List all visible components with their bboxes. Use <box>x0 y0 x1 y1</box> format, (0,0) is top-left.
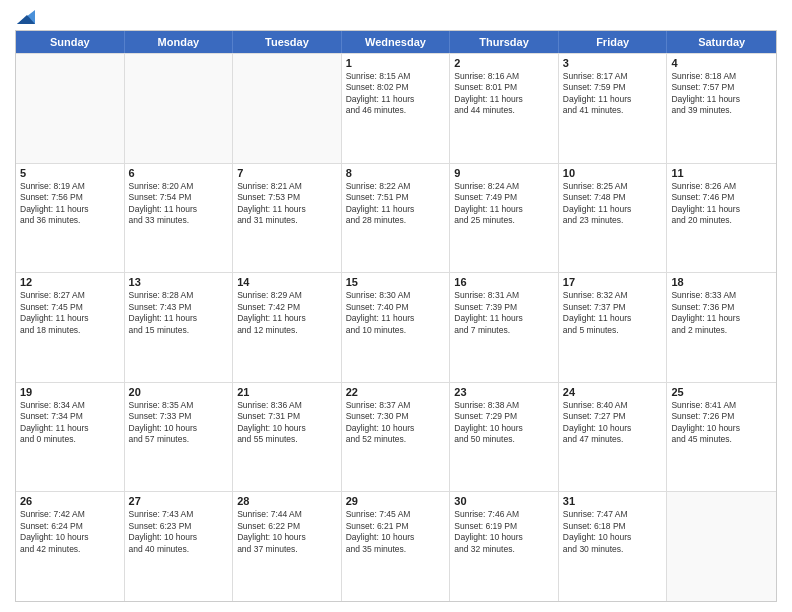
calendar-row: 19Sunrise: 8:34 AM Sunset: 7:34 PM Dayli… <box>16 382 776 492</box>
cell-info: Sunrise: 8:38 AM Sunset: 7:29 PM Dayligh… <box>454 400 554 446</box>
calendar-row: 1Sunrise: 8:15 AM Sunset: 8:02 PM Daylig… <box>16 53 776 163</box>
cell-info: Sunrise: 8:34 AM Sunset: 7:34 PM Dayligh… <box>20 400 120 446</box>
cell-info: Sunrise: 8:36 AM Sunset: 7:31 PM Dayligh… <box>237 400 337 446</box>
cell-day-number: 7 <box>237 167 337 179</box>
cell-day-number: 10 <box>563 167 663 179</box>
calendar-cell: 30Sunrise: 7:46 AM Sunset: 6:19 PM Dayli… <box>450 492 559 601</box>
calendar-cell: 17Sunrise: 8:32 AM Sunset: 7:37 PM Dayli… <box>559 273 668 382</box>
header <box>15 10 777 24</box>
calendar-cell: 31Sunrise: 7:47 AM Sunset: 6:18 PM Dayli… <box>559 492 668 601</box>
calendar-header-cell: Wednesday <box>342 31 451 53</box>
calendar-cell: 16Sunrise: 8:31 AM Sunset: 7:39 PM Dayli… <box>450 273 559 382</box>
calendar-cell: 29Sunrise: 7:45 AM Sunset: 6:21 PM Dayli… <box>342 492 451 601</box>
cell-info: Sunrise: 8:30 AM Sunset: 7:40 PM Dayligh… <box>346 290 446 336</box>
cell-day-number: 21 <box>237 386 337 398</box>
cell-info: Sunrise: 8:21 AM Sunset: 7:53 PM Dayligh… <box>237 181 337 227</box>
calendar-cell: 9Sunrise: 8:24 AM Sunset: 7:49 PM Daylig… <box>450 164 559 273</box>
cell-day-number: 13 <box>129 276 229 288</box>
calendar: SundayMondayTuesdayWednesdayThursdayFrid… <box>15 30 777 602</box>
cell-day-number: 14 <box>237 276 337 288</box>
calendar-header-cell: Tuesday <box>233 31 342 53</box>
calendar-cell: 27Sunrise: 7:43 AM Sunset: 6:23 PM Dayli… <box>125 492 234 601</box>
calendar-cell: 24Sunrise: 8:40 AM Sunset: 7:27 PM Dayli… <box>559 383 668 492</box>
calendar-cell: 18Sunrise: 8:33 AM Sunset: 7:36 PM Dayli… <box>667 273 776 382</box>
cell-day-number: 28 <box>237 495 337 507</box>
cell-day-number: 26 <box>20 495 120 507</box>
logo-icon <box>17 10 35 24</box>
cell-day-number: 6 <box>129 167 229 179</box>
calendar-cell: 7Sunrise: 8:21 AM Sunset: 7:53 PM Daylig… <box>233 164 342 273</box>
cell-day-number: 5 <box>20 167 120 179</box>
calendar-header-cell: Thursday <box>450 31 559 53</box>
cell-info: Sunrise: 7:42 AM Sunset: 6:24 PM Dayligh… <box>20 509 120 555</box>
cell-day-number: 25 <box>671 386 772 398</box>
cell-day-number: 30 <box>454 495 554 507</box>
cell-info: Sunrise: 8:24 AM Sunset: 7:49 PM Dayligh… <box>454 181 554 227</box>
cell-day-number: 12 <box>20 276 120 288</box>
calendar-row: 26Sunrise: 7:42 AM Sunset: 6:24 PM Dayli… <box>16 491 776 601</box>
cell-info: Sunrise: 8:22 AM Sunset: 7:51 PM Dayligh… <box>346 181 446 227</box>
cell-info: Sunrise: 7:44 AM Sunset: 6:22 PM Dayligh… <box>237 509 337 555</box>
cell-day-number: 17 <box>563 276 663 288</box>
cell-info: Sunrise: 8:29 AM Sunset: 7:42 PM Dayligh… <box>237 290 337 336</box>
calendar-cell: 26Sunrise: 7:42 AM Sunset: 6:24 PM Dayli… <box>16 492 125 601</box>
logo <box>15 10 35 24</box>
cell-day-number: 3 <box>563 57 663 69</box>
cell-day-number: 4 <box>671 57 772 69</box>
cell-info: Sunrise: 8:16 AM Sunset: 8:01 PM Dayligh… <box>454 71 554 117</box>
cell-day-number: 16 <box>454 276 554 288</box>
cell-info: Sunrise: 8:37 AM Sunset: 7:30 PM Dayligh… <box>346 400 446 446</box>
calendar-cell: 28Sunrise: 7:44 AM Sunset: 6:22 PM Dayli… <box>233 492 342 601</box>
calendar-row: 5Sunrise: 8:19 AM Sunset: 7:56 PM Daylig… <box>16 163 776 273</box>
cell-info: Sunrise: 8:31 AM Sunset: 7:39 PM Dayligh… <box>454 290 554 336</box>
cell-info: Sunrise: 8:20 AM Sunset: 7:54 PM Dayligh… <box>129 181 229 227</box>
logo-text <box>15 10 35 24</box>
calendar-header-cell: Monday <box>125 31 234 53</box>
cell-info: Sunrise: 7:45 AM Sunset: 6:21 PM Dayligh… <box>346 509 446 555</box>
calendar-cell: 12Sunrise: 8:27 AM Sunset: 7:45 PM Dayli… <box>16 273 125 382</box>
calendar-cell: 8Sunrise: 8:22 AM Sunset: 7:51 PM Daylig… <box>342 164 451 273</box>
calendar-cell: 5Sunrise: 8:19 AM Sunset: 7:56 PM Daylig… <box>16 164 125 273</box>
calendar-cell: 14Sunrise: 8:29 AM Sunset: 7:42 PM Dayli… <box>233 273 342 382</box>
calendar-cell <box>667 492 776 601</box>
calendar-header: SundayMondayTuesdayWednesdayThursdayFrid… <box>16 31 776 53</box>
cell-day-number: 23 <box>454 386 554 398</box>
calendar-cell: 25Sunrise: 8:41 AM Sunset: 7:26 PM Dayli… <box>667 383 776 492</box>
cell-info: Sunrise: 8:15 AM Sunset: 8:02 PM Dayligh… <box>346 71 446 117</box>
cell-day-number: 18 <box>671 276 772 288</box>
cell-info: Sunrise: 7:46 AM Sunset: 6:19 PM Dayligh… <box>454 509 554 555</box>
calendar-header-cell: Friday <box>559 31 668 53</box>
cell-info: Sunrise: 8:17 AM Sunset: 7:59 PM Dayligh… <box>563 71 663 117</box>
calendar-body: 1Sunrise: 8:15 AM Sunset: 8:02 PM Daylig… <box>16 53 776 601</box>
cell-day-number: 29 <box>346 495 446 507</box>
cell-day-number: 22 <box>346 386 446 398</box>
cell-day-number: 27 <box>129 495 229 507</box>
cell-info: Sunrise: 7:43 AM Sunset: 6:23 PM Dayligh… <box>129 509 229 555</box>
calendar-cell: 4Sunrise: 8:18 AM Sunset: 7:57 PM Daylig… <box>667 54 776 163</box>
cell-day-number: 24 <box>563 386 663 398</box>
cell-info: Sunrise: 8:41 AM Sunset: 7:26 PM Dayligh… <box>671 400 772 446</box>
cell-day-number: 8 <box>346 167 446 179</box>
cell-day-number: 1 <box>346 57 446 69</box>
page: SundayMondayTuesdayWednesdayThursdayFrid… <box>0 0 792 612</box>
calendar-row: 12Sunrise: 8:27 AM Sunset: 7:45 PM Dayli… <box>16 272 776 382</box>
calendar-cell <box>16 54 125 163</box>
cell-day-number: 31 <box>563 495 663 507</box>
cell-info: Sunrise: 8:33 AM Sunset: 7:36 PM Dayligh… <box>671 290 772 336</box>
cell-info: Sunrise: 8:28 AM Sunset: 7:43 PM Dayligh… <box>129 290 229 336</box>
calendar-cell: 23Sunrise: 8:38 AM Sunset: 7:29 PM Dayli… <box>450 383 559 492</box>
cell-info: Sunrise: 8:32 AM Sunset: 7:37 PM Dayligh… <box>563 290 663 336</box>
calendar-cell: 1Sunrise: 8:15 AM Sunset: 8:02 PM Daylig… <box>342 54 451 163</box>
cell-day-number: 2 <box>454 57 554 69</box>
calendar-cell <box>233 54 342 163</box>
calendar-cell: 15Sunrise: 8:30 AM Sunset: 7:40 PM Dayli… <box>342 273 451 382</box>
cell-day-number: 19 <box>20 386 120 398</box>
cell-day-number: 15 <box>346 276 446 288</box>
calendar-cell: 21Sunrise: 8:36 AM Sunset: 7:31 PM Dayli… <box>233 383 342 492</box>
cell-info: Sunrise: 8:35 AM Sunset: 7:33 PM Dayligh… <box>129 400 229 446</box>
calendar-cell: 19Sunrise: 8:34 AM Sunset: 7:34 PM Dayli… <box>16 383 125 492</box>
calendar-cell <box>125 54 234 163</box>
cell-info: Sunrise: 8:25 AM Sunset: 7:48 PM Dayligh… <box>563 181 663 227</box>
cell-info: Sunrise: 7:47 AM Sunset: 6:18 PM Dayligh… <box>563 509 663 555</box>
calendar-cell: 11Sunrise: 8:26 AM Sunset: 7:46 PM Dayli… <box>667 164 776 273</box>
